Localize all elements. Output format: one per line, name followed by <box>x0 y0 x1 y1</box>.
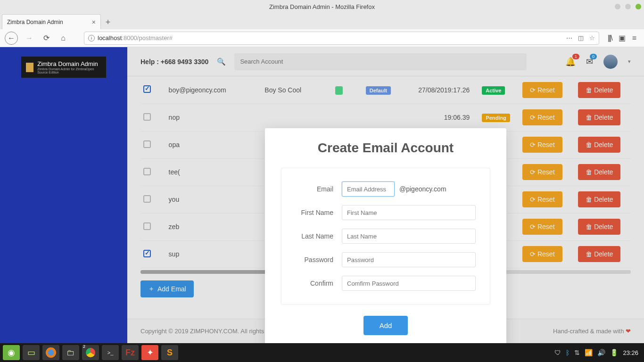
library-icon[interactable]: |||\ <box>608 34 612 42</box>
firstname-field[interactable] <box>342 205 476 220</box>
reload-button[interactable]: ⟳ <box>41 33 52 44</box>
system-tray: 🛡 ᛒ ⇅ 📶 🔊 🔋 23:26 <box>554 349 641 356</box>
form-card: Email @pigeoncy.com First Name Last Name… <box>281 168 490 304</box>
taskbar-menu-icon[interactable]: ◉ <box>3 345 20 360</box>
label-email: Email <box>296 185 342 193</box>
window-title: Zimbra Domain Admin - Mozilla Firefox <box>269 3 375 10</box>
tab-bar: Zimbra Domain Admin × + <box>0 13 644 29</box>
label-firstname: First Name <box>296 209 342 216</box>
maximize-button[interactable] <box>625 4 631 9</box>
readermode-icon[interactable]: ◫ <box>578 34 584 41</box>
window-controls <box>615 4 641 9</box>
tab-title: Zimbra Domain Admin <box>7 19 92 25</box>
domain-suffix: @pigeoncy.com <box>399 185 446 193</box>
row-lastname: Last Name <box>296 229 476 244</box>
url-bar[interactable]: i localhost:8000/postmaster# ⋯ ◫ ☆ <box>84 32 599 45</box>
logo-icon <box>26 63 33 72</box>
label-password: Password <box>296 256 342 263</box>
email-field[interactable] <box>342 181 395 197</box>
battery-icon[interactable]: 🔋 <box>610 349 618 356</box>
sidebar: Zimbra Domain Admin Zimbra Domain Admin … <box>0 47 127 343</box>
label-lastname: Last Name <box>296 232 342 240</box>
page-actions-icon[interactable]: ⋯ <box>566 34 572 41</box>
taskbar-chrome-icon[interactable]: 2 <box>82 345 99 360</box>
tab-close-icon[interactable]: × <box>92 18 96 26</box>
modal-add-button[interactable]: Add <box>363 316 408 335</box>
taskbar-desktop-icon[interactable]: ▭ <box>23 345 40 360</box>
modal-title: Create Email Account <box>281 140 490 156</box>
row-confirm: Confirm <box>296 276 476 291</box>
new-tab-button[interactable]: + <box>101 15 115 29</box>
minimize-button[interactable] <box>615 4 620 9</box>
home-button[interactable]: ⌂ <box>58 33 69 44</box>
browser-toolbar: ← → ⟳ ⌂ i localhost:8000/postmaster# ⋯ ◫… <box>0 29 644 47</box>
url-actions: ⋯ ◫ ☆ <box>566 34 595 41</box>
network-icon[interactable]: ⇅ <box>574 349 580 356</box>
modal-actions: Add <box>281 316 490 335</box>
close-window-button[interactable] <box>636 4 641 9</box>
bluetooth-icon[interactable]: ᛒ <box>566 349 570 356</box>
shield-icon[interactable]: 🛡 <box>554 349 561 356</box>
browser-tab[interactable]: Zimbra Domain Admin × <box>2 14 101 29</box>
row-firstname: First Name <box>296 205 476 220</box>
viewport: Zimbra Domain Admin Zimbra Domain Admin … <box>0 47 644 343</box>
taskbar-terminal-icon[interactable]: >_ <box>102 345 119 360</box>
url-text: localhost:8000/postmaster# <box>98 34 173 41</box>
bookmark-icon[interactable]: ☆ <box>589 34 595 41</box>
taskbar-sublime-icon[interactable]: S <box>161 345 178 360</box>
confirm-field[interactable] <box>342 276 476 291</box>
taskbar-firefox-icon[interactable] <box>42 345 59 360</box>
toolbar-right: |||\ ▣ ≡ <box>605 33 639 42</box>
taskbar-filezilla-icon[interactable]: Fz <box>122 345 139 360</box>
row-password: Password <box>296 252 476 267</box>
wifi-icon[interactable]: 📶 <box>585 349 593 356</box>
taskbar-files-icon[interactable]: 🗀 <box>62 345 79 360</box>
clock[interactable]: 23:26 <box>623 349 641 356</box>
sidebar-toggle-icon[interactable]: ▣ <box>619 33 626 42</box>
label-confirm: Confirm <box>296 280 342 287</box>
row-email: Email @pigeoncy.com <box>296 181 476 197</box>
desktop-titlebar: Zimbra Domain Admin - Mozilla Firefox <box>0 0 644 13</box>
create-account-modal: Create Email Account Email @pigeoncy.com… <box>265 128 506 351</box>
forward-button[interactable]: → <box>24 33 35 44</box>
lastname-field[interactable] <box>342 229 476 244</box>
logo[interactable]: Zimbra Domain Admin Zimbra Domain Admin … <box>21 57 106 78</box>
menu-icon[interactable]: ≡ <box>632 34 636 42</box>
taskbar: ◉ ▭ 🗀 2 >_ Fz ✦ S 🛡 ᛒ ⇅ 📶 🔊 🔋 23:26 <box>0 343 644 362</box>
site-info-icon[interactable]: i <box>88 35 95 41</box>
password-field[interactable] <box>342 252 476 267</box>
logo-text: Zimbra Domain Admin Zimbra Domain Admin … <box>37 60 101 74</box>
back-button[interactable]: ← <box>5 32 18 45</box>
main: Help : +668 9493 3300 🔍 🔔1 ✉0 ▾ boy@pige… <box>127 47 644 343</box>
volume-icon[interactable]: 🔊 <box>597 349 605 356</box>
taskbar-app-icon[interactable]: ✦ <box>141 345 158 360</box>
